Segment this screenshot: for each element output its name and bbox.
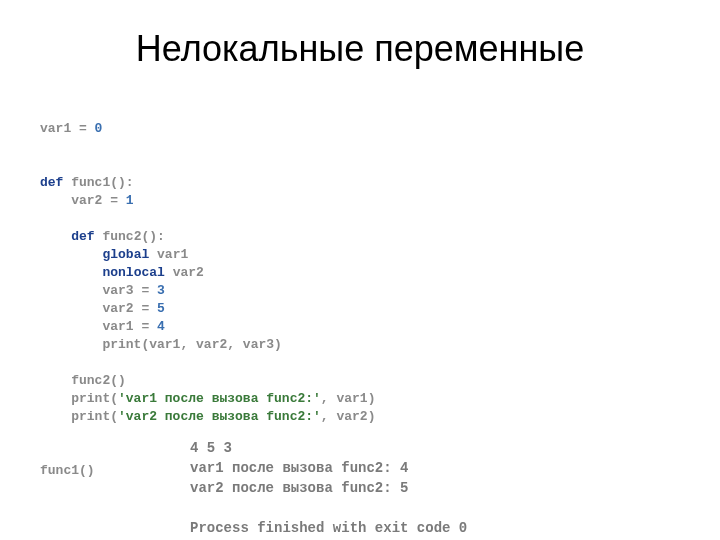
code-line: def func1():: [40, 175, 134, 190]
code-line: func1(): [40, 463, 95, 478]
code-line: def func2():: [40, 229, 165, 244]
code-line: var2 = 1: [40, 193, 134, 208]
output-line: var2 после вызова func2: 5: [190, 480, 408, 496]
slide: Нелокальные переменные var1 = 0 def func…: [0, 0, 720, 540]
code-block: var1 = 0 def func1(): var2 = 1 def func2…: [40, 120, 375, 480]
code-line: var3 = 3: [40, 283, 165, 298]
slide-title: Нелокальные переменные: [0, 28, 720, 70]
output-line: 4 5 3: [190, 440, 232, 456]
code-line: print('var1 после вызова func2:', var1): [40, 391, 375, 406]
output-line: var1 после вызова func2: 4: [190, 460, 408, 476]
code-line: nonlocal var2: [40, 265, 204, 280]
output-line: Process finished with exit code 0: [190, 520, 467, 536]
code-line: var2 = 5: [40, 301, 165, 316]
code-line: var1 = 0: [40, 121, 102, 136]
code-line: var1 = 4: [40, 319, 165, 334]
code-line: func2(): [40, 373, 126, 388]
output-block: 4 5 3 var1 после вызова func2: 4 var2 по…: [190, 438, 467, 538]
code-line: print('var2 после вызова func2:', var2): [40, 409, 375, 424]
code-line: global var1: [40, 247, 188, 262]
code-line: print(var1, var2, var3): [40, 337, 282, 352]
